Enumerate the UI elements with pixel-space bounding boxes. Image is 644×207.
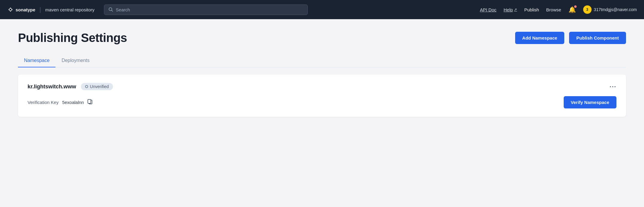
brand-divider: | [40,6,41,13]
navbar: sonatype | maven central repository API … [0,0,644,19]
main-content: Publishing Settings Add Namespace Publis… [0,19,644,129]
tab-deployments[interactable]: Deployments [55,54,95,67]
namespace-header: kr.lightswitch.www Unverified ··· [28,83,616,90]
nav-link-api-doc[interactable]: API Doc [480,7,496,12]
avatar-circle: 3 [583,5,592,14]
nav-link-publish[interactable]: Publish [524,7,539,12]
sonatype-logo-icon [7,6,14,13]
svg-rect-1 [10,9,11,10]
page-title: Publishing Settings [18,31,127,45]
tab-namespace[interactable]: Namespace [18,54,55,67]
search-icon [108,7,113,12]
more-menu-button[interactable]: ··· [610,83,616,90]
repo-name: maven central repository [45,7,94,12]
company-name: sonatype [16,7,35,12]
svg-rect-5 [88,99,91,103]
nav-link-browse[interactable]: Browse [546,7,561,12]
brand: sonatype | maven central repository [7,6,94,13]
brand-logo[interactable]: sonatype [7,6,35,13]
namespace-info: kr.lightswitch.www Unverified [28,83,113,90]
notification-bell[interactable]: 🔔 [568,6,576,13]
navbar-links: API Doc Help ↗ Publish Browse 🔔 3 317tmd… [480,5,637,14]
search-input-wrapper[interactable] [104,4,308,15]
svg-line-3 [112,10,113,12]
search-input[interactable] [116,7,303,12]
status-label: Unverified [90,84,109,89]
avatar-initials: 3 [586,7,588,12]
header-buttons: Add Namespace Publish Component [515,32,626,44]
status-badge: Unverified [81,83,113,90]
verification-key-label: Verification Key [28,100,58,105]
page-header: Publishing Settings Add Namespace Publis… [18,31,626,45]
verification-key: Verification Key 5exoalalnn [28,99,92,106]
external-link-icon: ↗ [514,7,517,12]
user-avatar[interactable]: 3 317tmdgjs@naver.com [583,5,637,14]
add-namespace-button[interactable]: Add Namespace [515,32,565,44]
namespace-name: kr.lightswitch.www [28,84,76,90]
tabs: Namespace Deployments [18,54,626,67]
notification-dot [574,5,577,8]
search-bar [104,4,308,15]
publish-component-button[interactable]: Publish Component [569,32,626,44]
verify-namespace-button[interactable]: Verify Namespace [564,96,616,108]
status-dot-icon [85,85,88,88]
verification-key-value: 5exoalalnn [62,100,84,105]
nav-link-help[interactable]: Help ↗ [504,7,517,12]
user-email: 317tmdgjs@naver.com [594,7,637,12]
copy-icon[interactable] [88,99,92,106]
namespace-footer: Verification Key 5exoalalnn Verify Names… [28,96,616,108]
namespace-card: kr.lightswitch.www Unverified ··· Verifi… [18,75,626,117]
